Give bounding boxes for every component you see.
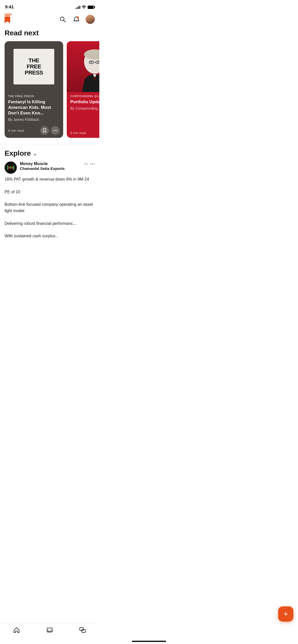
svg-point-9 — [90, 61, 92, 63]
pub-name-row: Money Muscle 7h — [20, 162, 95, 166]
read-time: 8 min read — [8, 129, 24, 133]
card-footer-compounding: 6 min read — [70, 131, 99, 135]
top-nav — [0, 13, 99, 28]
nav-actions — [58, 15, 95, 24]
free-press-logo-text: THE FREE PRESS — [25, 57, 43, 76]
pub-name: Money Muscle — [20, 162, 48, 166]
card-publication-compounding: COMPOUNDING QU... — [70, 95, 99, 98]
time-ago: 7h — [84, 162, 88, 166]
card-author-compounding: By Compounding... — [70, 106, 99, 110]
explore-title: Explore — [5, 149, 31, 157]
card-image-compounding — [67, 41, 99, 92]
explore-header[interactable]: Explore ⌄ — [0, 144, 99, 162]
read-time-compounding: 6 min read — [70, 131, 86, 135]
notifications-button[interactable] — [72, 15, 81, 24]
card-headline: Fentanyl Is Killing American Kids. Most … — [8, 99, 60, 116]
svg-point-0 — [84, 8, 84, 9]
card-actions — [40, 126, 60, 135]
app-logo[interactable] — [5, 14, 16, 25]
article-meta-info: Money Muscle 7h Chamanlal Setia Exports — [20, 162, 95, 171]
svg-point-14 — [5, 162, 17, 174]
search-button[interactable] — [58, 15, 67, 24]
card-author: By James Fishback — [8, 118, 60, 122]
more-options-button[interactable] — [90, 163, 95, 165]
meta-right: 7h — [84, 162, 95, 166]
svg-line-2 — [64, 20, 66, 22]
svg-point-4 — [53, 130, 54, 131]
free-press-logo: THE FREE PRESS — [13, 49, 54, 84]
wifi-icon — [82, 6, 86, 9]
chevron-down-icon: ⌄ — [33, 151, 37, 157]
card-content-compounding: COMPOUNDING QU... Portfolio Updat... By … — [67, 92, 99, 124]
article-card-free-press[interactable]: THE FREE PRESS THE FREE PRESS Fentanyl I… — [5, 41, 63, 138]
article-sub-title: Chamanlal Setia Exports — [20, 166, 95, 171]
svg-point-6 — [56, 130, 57, 131]
status-icons — [76, 5, 94, 9]
more-options-button[interactable] — [51, 126, 60, 135]
article-meta-row: Money Muscle 7h Chamanlal Setia Exports — [5, 162, 95, 174]
bookmark-button[interactable] — [40, 126, 49, 135]
battery-icon — [88, 6, 94, 9]
publication-avatar — [5, 162, 17, 174]
svg-point-3 — [77, 17, 79, 19]
article-card-compounding[interactable]: COMPOUNDING QU... Portfolio Updat... By … — [67, 41, 99, 138]
status-bar: 9:41 — [0, 0, 99, 13]
profile-avatar[interactable] — [86, 15, 95, 24]
read-next-title: Read next — [0, 28, 99, 41]
svg-point-16 — [92, 163, 93, 164]
card-image-free-press: THE FREE PRESS — [5, 41, 63, 92]
cards-scroll: THE FREE PRESS THE FREE PRESS Fentanyl I… — [0, 41, 99, 138]
svg-point-5 — [55, 130, 56, 131]
signal-icon — [76, 5, 80, 9]
svg-point-17 — [94, 163, 95, 164]
status-time: 9:41 — [5, 5, 14, 10]
card-headline-compounding: Portfolio Updat... — [70, 99, 99, 105]
card-publication: THE FREE PRESS — [8, 95, 60, 98]
card-footer-free-press: 8 min read — [8, 126, 60, 135]
article-list-item[interactable]: Money Muscle 7h Chamanlal Setia Exports … — [0, 162, 99, 244]
article-body-text: 16% PAT growth & revenue down 6% in 9M-2… — [5, 176, 95, 239]
svg-point-15 — [90, 163, 91, 164]
